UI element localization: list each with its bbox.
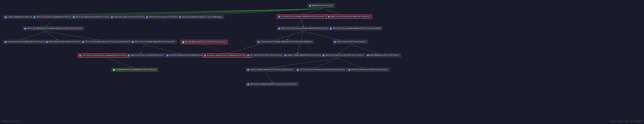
node-label: AspectJAwareAdvisorAutoProxyCreator xyxy=(250,68,294,71)
node-icon xyxy=(258,41,260,43)
node-label: BeanPostProcessor xyxy=(312,4,333,7)
node-icon xyxy=(132,41,134,43)
node-label: BeanValidationPostProcessor xyxy=(114,16,147,18)
node-asyncannotation[interactable]: AsyncAnnotationBeanPostProcessor xyxy=(3,40,48,44)
node-icon xyxy=(34,16,36,18)
node-label: AnnotationAwareAspectJAutoProxyCreator xyxy=(250,83,297,85)
node-bootstrapcontext[interactable]: BootstrapContextAwareProcessor xyxy=(71,15,114,19)
node-label: DefaultAdvisorAutoProxyCreator xyxy=(351,68,388,71)
svg-line-22 xyxy=(351,44,378,54)
node-mergedbeandef[interactable]: MergedBeanDefinitionPostProcessor xyxy=(181,40,228,44)
node-abstractadvisor[interactable]: AbstractAdvisorAutoProxyCreator xyxy=(321,53,365,57)
node-importaware[interactable]: ImportAwareBeanPostProcessor xyxy=(283,53,323,57)
node-scriptfactory[interactable]: ScriptFactoryPostProcessor xyxy=(246,53,284,57)
node-label: CommonAnnotationBeanPostProcessor xyxy=(116,68,157,71)
node-icon xyxy=(247,69,249,71)
node-instantiation-adapter[interactable]: InstantiationAwareBeanPostProcessorAdapt… xyxy=(256,40,314,44)
node-icon xyxy=(73,16,75,18)
node-icon xyxy=(309,5,311,7)
node-label: AbstractAutoProxyCreator xyxy=(337,41,366,43)
node-label: AdvisorAdapterRegistrationManager xyxy=(182,16,223,18)
diagram-container: BeanPostProcessor LoadTimeWeaverAwarePro… xyxy=(0,0,644,124)
svg-line-11 xyxy=(46,32,101,40)
svg-line-18 xyxy=(144,44,180,54)
svg-line-17 xyxy=(140,44,144,54)
svg-line-19 xyxy=(202,44,227,54)
node-icon xyxy=(284,54,286,56)
node-label: InfrastructureAdvisorAutoProxyCreator xyxy=(300,68,346,71)
node-initdestroy[interactable]: InitDestroyAnnotationBeanPostProcessor xyxy=(78,53,131,58)
node-abstractbeanfactory[interactable]: AbstractBeanFactoryAwareAdvisingPostProc… xyxy=(23,26,84,30)
node-label: DestructionAwareBeanPostProcessor xyxy=(134,41,175,43)
footer-powered-by: Powered by yFiles xyxy=(2,120,21,122)
node-annotationawareaspect[interactable]: AnnotationAwareAspectJAutoProxyCreator xyxy=(246,82,298,86)
node-label: AutowiredAnnotationBeanPostProcessor xyxy=(207,54,252,57)
node-applistener[interactable]: ApplicationListenerDetector xyxy=(126,53,165,57)
node-label: AsyncAnnotationBeanPostProcessor xyxy=(8,41,47,43)
node-icon xyxy=(182,41,184,43)
footer-url: https://blog.csdn.net/6108003 xyxy=(610,120,642,122)
node-label: ApplicationContextAwareProcessor xyxy=(331,16,370,18)
node-appcontextaware[interactable]: ApplicationContextAwareProcessor xyxy=(326,14,372,19)
node-smartinstantiation[interactable]: SmartInstantiationAwareBeanPostProcessor xyxy=(277,26,332,30)
node-abstractautoproxy[interactable]: AbstractAutoProxyCreator xyxy=(332,40,368,44)
node-destructionaware[interactable]: DestructionAwareBeanPostProcessor xyxy=(130,40,177,44)
node-icon xyxy=(334,41,336,43)
node-label: SmartInstantiationAwareBeanPostProcessor xyxy=(281,27,330,30)
node-label: AbstractAdvisorAutoProxyCreator xyxy=(326,54,364,56)
node-label: BootstrapContextAwareProcessor xyxy=(76,16,113,18)
svg-line-24 xyxy=(314,58,338,68)
node-icon xyxy=(111,16,113,18)
node-icon xyxy=(328,16,330,18)
svg-line-9 xyxy=(18,32,46,40)
node-label: ImportAwareBeanPostProcessor xyxy=(287,54,322,56)
node-aspectjaware[interactable]: AspectJAwareAdvisorAutoProxyCreator xyxy=(246,68,295,72)
node-icon xyxy=(46,41,48,43)
node-label: MergedBeanDefinitionPostProcessor xyxy=(185,41,226,43)
node-label: ScriptFactoryPostProcessor xyxy=(250,54,282,56)
node-advisoradapter[interactable]: AdvisorAdapterRegistrationManager xyxy=(178,15,224,19)
node-label: InitDestroyAnnotationBeanPostProcessor xyxy=(82,54,129,57)
svg-line-23 xyxy=(266,58,338,68)
svg-line-10 xyxy=(46,32,58,40)
node-icon xyxy=(247,83,249,85)
node-instantiation-demo[interactable]: InstantiationAwareBeanPostProcessorDemo xyxy=(328,26,382,30)
svg-line-8 xyxy=(46,20,54,27)
node-beannameauto[interactable]: BeanNameAutoProxyCreator xyxy=(366,53,401,57)
node-icon xyxy=(247,54,249,56)
node-label: AbstractBeanFactoryAwareAdvisingPostProc… xyxy=(27,27,83,30)
node-label: BeanPostProcessorChecker xyxy=(149,16,178,18)
node-infrastructureadvisor[interactable]: InfrastructureAdvisorAutoProxyCreator xyxy=(295,68,347,72)
node-icon xyxy=(4,41,6,43)
node-methodvalidation[interactable]: MethodValidationPostProcessor xyxy=(44,40,86,44)
node-icon xyxy=(82,41,84,43)
node-defaultadvisor[interactable]: DefaultAdvisorAutoProxyCreator xyxy=(347,68,390,72)
node-icon xyxy=(4,16,6,18)
svg-line-20 xyxy=(107,58,134,68)
node-icon xyxy=(297,69,299,71)
node-instantiationaware[interactable]: InstantiationAwareBeanPostProcessor xyxy=(277,14,326,19)
node-icon xyxy=(167,54,169,56)
node-beanpostprocessor[interactable]: BeanPostProcessor xyxy=(308,4,334,8)
node-icon xyxy=(204,54,206,57)
node-beanvalidation[interactable]: BeanValidationPostProcessor xyxy=(110,15,149,19)
node-icon xyxy=(79,54,81,57)
node-beanpostprocessorchecker[interactable]: BeanPostProcessorChecker xyxy=(144,15,180,19)
node-icon xyxy=(330,28,332,30)
node-label: MethodValidationPostProcessor xyxy=(49,41,85,43)
node-icon xyxy=(128,54,130,56)
node-icon xyxy=(113,69,115,71)
node-icon xyxy=(278,16,280,18)
node-icon xyxy=(146,16,148,18)
node-commonannotation[interactable]: CommonAnnotationBeanPostProcessor xyxy=(112,68,158,72)
svg-line-25 xyxy=(338,58,364,68)
svg-line-26 xyxy=(266,73,272,83)
node-label: BeanNameAutoProxyCreator xyxy=(370,54,400,56)
svg-line-12 xyxy=(302,20,304,27)
node-icon xyxy=(348,69,350,71)
node-label: ApplicationListenerDetector xyxy=(130,54,164,56)
node-icon xyxy=(278,28,280,30)
node-label: InstantiationAwareBeanPostProcessor xyxy=(281,16,324,18)
node-icon xyxy=(24,28,26,30)
svg-line-16 xyxy=(304,32,341,40)
